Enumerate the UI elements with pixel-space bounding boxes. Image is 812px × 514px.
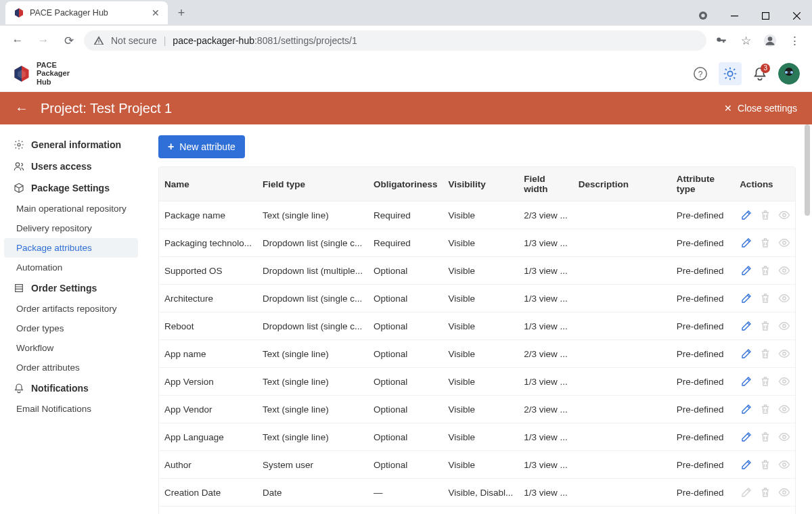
app-logo[interactable]: PACEPackagerHub bbox=[12, 61, 70, 85]
sidebar-item-email-notifications[interactable]: Email Notifications bbox=[0, 399, 142, 419]
table-row[interactable]: Creation DateDate—Visible, Disabl...1/3 … bbox=[159, 479, 796, 507]
close-window-button[interactable] bbox=[781, 5, 812, 26]
close-settings-button[interactable]: ✕ Close settings bbox=[724, 103, 797, 114]
svg-point-18 bbox=[783, 297, 786, 300]
sidebar-item-main-repo[interactable]: Main operational repository bbox=[0, 199, 142, 218]
settings-sidebar: General information Users access Package… bbox=[0, 124, 142, 514]
edit-icon[interactable] bbox=[740, 375, 753, 388]
eye-icon[interactable] bbox=[777, 402, 791, 416]
tab-title: PACE Packager Hub bbox=[30, 8, 108, 18]
eye-icon[interactable] bbox=[777, 208, 791, 222]
sidebar-order-settings[interactable]: Order Settings bbox=[0, 277, 142, 299]
sidebar-general-info[interactable]: General information bbox=[0, 134, 142, 156]
sidebar-item-package-attributes[interactable]: Package attributes bbox=[4, 238, 138, 258]
eye-icon[interactable] bbox=[777, 430, 791, 444]
table-row[interactable]: RebootDropdown list (single c...Optional… bbox=[159, 312, 796, 340]
minimize-button[interactable] bbox=[719, 5, 750, 26]
eye-icon[interactable] bbox=[777, 375, 791, 388]
col-header[interactable]: Visibility bbox=[443, 167, 518, 202]
help-button[interactable]: ? bbox=[689, 62, 712, 85]
svg-point-17 bbox=[783, 269, 786, 273]
sidebar-item-automation[interactable]: Automation bbox=[0, 258, 142, 277]
col-header[interactable]: Obligatoriness bbox=[368, 167, 443, 202]
table-row[interactable]: Package nameText (single line)RequiredVi… bbox=[159, 202, 796, 229]
eye-icon[interactable] bbox=[777, 347, 791, 360]
col-header[interactable]: Attribute type bbox=[671, 167, 734, 202]
profile-icon[interactable] bbox=[759, 30, 781, 51]
col-header[interactable]: Description bbox=[573, 167, 671, 202]
delete-icon bbox=[759, 264, 772, 277]
edit-icon[interactable] bbox=[740, 264, 753, 277]
reload-button[interactable]: ⟳ bbox=[58, 30, 80, 51]
key-icon[interactable] bbox=[710, 30, 732, 51]
tab-close-icon[interactable]: ✕ bbox=[152, 7, 160, 18]
table-row[interactable]: AuthorSystem userOptionalVisible1/3 view… bbox=[159, 451, 796, 479]
svg-point-5 bbox=[768, 37, 773, 41]
edit-icon[interactable] bbox=[740, 291, 753, 305]
eye-icon[interactable] bbox=[777, 264, 791, 277]
svg-point-19 bbox=[783, 325, 786, 328]
incognito-icon[interactable] bbox=[687, 5, 719, 26]
kebab-menu-icon[interactable]: ⋮ bbox=[784, 30, 805, 51]
back-button[interactable]: ← bbox=[7, 30, 28, 51]
table-row[interactable]: ArchitectureDropdown list (single c...Op… bbox=[159, 285, 796, 312]
col-header[interactable]: Name bbox=[159, 167, 257, 202]
table-row[interactable]: Supported OSDropdown list (multiple...Op… bbox=[159, 257, 796, 285]
edit-icon[interactable] bbox=[740, 236, 753, 250]
edit-icon[interactable] bbox=[740, 430, 753, 444]
eye-icon[interactable] bbox=[777, 458, 791, 471]
table-row[interactable]: App nameText (single line)OptionalVisibl… bbox=[159, 340, 796, 368]
bell-icon bbox=[14, 383, 24, 394]
sidebar-item-order-attributes[interactable]: Order attributes bbox=[0, 358, 142, 377]
new-tab-button[interactable]: + bbox=[172, 3, 191, 22]
svg-point-15 bbox=[783, 214, 786, 217]
edit-icon[interactable] bbox=[740, 402, 753, 416]
cube-icon bbox=[12, 64, 31, 83]
browser-tab[interactable]: PACE Packager Hub ✕ bbox=[5, 1, 168, 24]
settings-button[interactable] bbox=[719, 62, 742, 85]
table-row[interactable]: DescriptionText (multiple lines)Optional… bbox=[159, 507, 796, 515]
sidebar-item-order-artifacts[interactable]: Order artifacts repository bbox=[0, 299, 142, 319]
col-header[interactable]: Field width bbox=[518, 167, 573, 202]
svg-point-21 bbox=[783, 380, 786, 383]
browser-chrome: PACE Packager Hub ✕ + ← → ⟳ Not secure |… bbox=[0, 0, 812, 55]
edit-icon[interactable] bbox=[740, 347, 753, 360]
svg-point-24 bbox=[783, 463, 786, 467]
maximize-button[interactable] bbox=[750, 5, 781, 26]
sidebar-users-access[interactable]: Users access bbox=[0, 156, 142, 177]
eye-icon[interactable] bbox=[777, 291, 791, 305]
url-field[interactable]: Not secure | pace-packager-hub:8081/sett… bbox=[84, 30, 706, 51]
scrollbar[interactable] bbox=[801, 124, 812, 514]
eye-icon[interactable] bbox=[777, 319, 791, 333]
table-row[interactable]: App LanguageText (single line)OptionalVi… bbox=[159, 423, 796, 451]
delete-icon bbox=[759, 402, 772, 416]
back-arrow-icon[interactable]: ← bbox=[15, 101, 28, 116]
sidebar-notifications[interactable]: Notifications bbox=[0, 377, 142, 399]
eye-icon[interactable] bbox=[777, 486, 791, 499]
project-subheader: ← Project: Test Project 1 ✕ Close settin… bbox=[0, 92, 812, 124]
sidebar-item-delivery-repo[interactable]: Delivery repository bbox=[0, 218, 142, 238]
notifications-button[interactable]: 3 bbox=[748, 62, 771, 85]
new-attribute-button[interactable]: + New attribute bbox=[158, 135, 245, 158]
user-avatar[interactable] bbox=[778, 63, 800, 85]
col-header[interactable]: Field type bbox=[257, 167, 368, 202]
main-content: + New attribute NameField typeObligatori… bbox=[142, 124, 812, 514]
edit-icon[interactable] bbox=[740, 486, 753, 499]
table-row[interactable]: App VersionText (single line)OptionalVis… bbox=[159, 368, 796, 396]
edit-icon[interactable] bbox=[740, 319, 753, 333]
edit-icon[interactable] bbox=[740, 208, 753, 222]
eye-icon[interactable] bbox=[777, 236, 791, 250]
sidebar-item-order-types[interactable]: Order types bbox=[0, 319, 142, 338]
warning-icon bbox=[93, 35, 104, 46]
sidebar-package-settings[interactable]: Package Settings bbox=[0, 177, 142, 199]
table-row[interactable]: App VendorText (single line)OptionalVisi… bbox=[159, 396, 796, 423]
col-header[interactable]: Actions bbox=[734, 167, 796, 202]
delete-icon bbox=[759, 458, 772, 471]
edit-icon[interactable] bbox=[740, 458, 753, 471]
star-icon[interactable]: ☆ bbox=[735, 30, 757, 51]
forward-button[interactable]: → bbox=[32, 30, 54, 51]
sidebar-item-workflow[interactable]: Workflow bbox=[0, 338, 142, 358]
users-icon bbox=[14, 161, 24, 172]
table-row[interactable]: Packaging technolo...Dropdown list (sing… bbox=[159, 229, 796, 257]
delete-icon bbox=[759, 208, 772, 222]
